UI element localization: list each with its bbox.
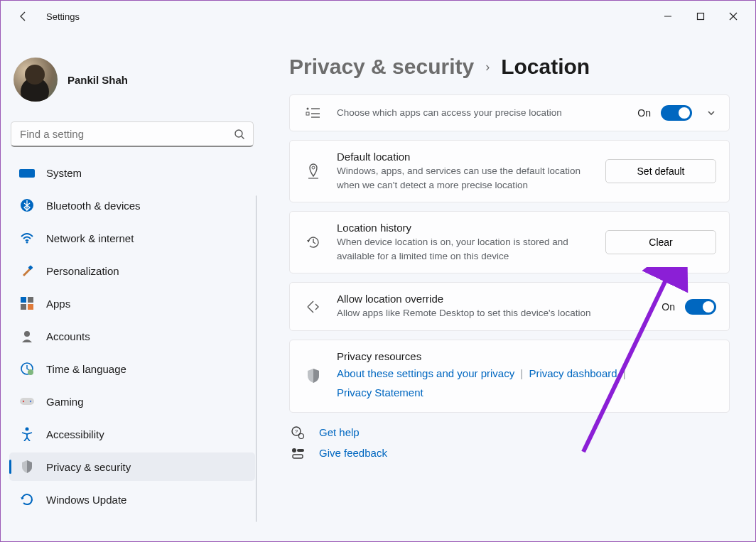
maximize-button[interactable] <box>684 5 717 28</box>
link-privacy-dashboard[interactable]: Privacy dashboard <box>529 367 617 379</box>
svg-rect-15 <box>20 398 34 405</box>
breadcrumb: Privacy & security › Location <box>289 55 730 79</box>
sidebar-item-label: Windows Update <box>46 494 126 506</box>
close-icon <box>729 12 738 21</box>
breadcrumb-current: Location <box>501 55 590 79</box>
bluetooth-icon <box>19 197 35 213</box>
precise-location-toggle[interactable] <box>661 105 692 121</box>
set-default-button[interactable]: Set default <box>605 159 716 183</box>
apps-icon <box>19 296 35 311</box>
scrollbar[interactable] <box>256 195 256 522</box>
svg-point-28 <box>299 433 304 438</box>
history-icon <box>303 234 324 250</box>
svg-point-17 <box>30 401 31 402</box>
close-button[interactable] <box>717 5 750 28</box>
give-feedback-row[interactable]: Give feedback <box>289 447 730 460</box>
maximize-icon <box>696 12 705 21</box>
link-privacy-statement[interactable]: Privacy Statement <box>337 386 423 399</box>
card-title: Allow location override <box>337 293 649 305</box>
search-input[interactable] <box>11 121 254 147</box>
sidebar-item-network[interactable]: Network & internet <box>9 224 255 252</box>
minimize-button[interactable] <box>652 5 684 28</box>
help-icon: ? <box>289 426 306 440</box>
chevron-down-icon[interactable] <box>706 108 716 118</box>
separator: | <box>520 367 523 379</box>
sidebar-item-gaming[interactable]: Gaming <box>9 387 255 416</box>
get-help-row[interactable]: ? Get help <box>289 426 730 440</box>
profile-name: Pankil Shah <box>68 74 128 86</box>
wifi-icon <box>19 230 35 246</box>
shield-icon <box>19 459 35 475</box>
card-desc: When device location is on, your locatio… <box>337 235 593 263</box>
breadcrumb-parent[interactable]: Privacy & security <box>289 55 474 79</box>
avatar <box>14 58 58 102</box>
sidebar-item-bluetooth[interactable]: Bluetooth & devices <box>9 191 255 219</box>
svg-point-24 <box>312 166 315 169</box>
sidebar-item-privacy-security[interactable]: Privacy & security <box>9 452 255 481</box>
svg-text:?: ? <box>295 428 298 435</box>
svg-point-6 <box>26 242 28 244</box>
card-precise-location[interactable]: Choose which apps can access your precis… <box>289 94 730 131</box>
sidebar-item-accounts[interactable]: Accounts <box>9 322 255 350</box>
svg-line-3 <box>242 136 244 139</box>
titlebar: Settings <box>1 1 755 32</box>
card-desc: Windows, apps, and services can use the … <box>337 164 593 192</box>
accessibility-icon <box>19 426 35 442</box>
back-button[interactable] <box>12 5 35 28</box>
card-desc: Allow apps like Remote Desktop to set th… <box>337 306 607 320</box>
svg-rect-4 <box>19 169 35 178</box>
toggle-state-label: On <box>662 301 675 313</box>
sidebar-item-personalization[interactable]: Personalization <box>9 256 255 285</box>
clock-globe-icon <box>19 361 35 376</box>
override-toggle[interactable] <box>685 299 716 315</box>
card-privacy-resources: Privacy resources About these settings a… <box>289 340 730 413</box>
override-icon <box>303 299 324 315</box>
sidebar-item-label: Privacy & security <box>46 461 131 473</box>
sidebar-item-accessibility[interactable]: Accessibility <box>9 420 255 448</box>
sidebar-item-label: System <box>46 167 82 179</box>
svg-rect-30 <box>297 449 304 452</box>
card-location-override: Allow location override Allow apps like … <box>289 282 730 331</box>
sidebar-item-label: Apps <box>46 298 70 310</box>
window-controls <box>652 5 750 28</box>
main-content: Privacy & security › Location Choose whi… <box>264 32 755 541</box>
link-about-privacy[interactable]: About these settings and your privacy <box>337 367 514 379</box>
sidebar-item-label: Gaming <box>46 396 84 408</box>
svg-rect-8 <box>21 297 26 303</box>
svg-point-12 <box>24 331 30 337</box>
pin-icon <box>303 163 324 180</box>
sidebar-item-time-language[interactable]: Time & language <box>9 354 255 383</box>
brush-icon <box>19 263 35 278</box>
svg-point-18 <box>26 428 29 431</box>
footer-links: ? Get help Give feedback <box>289 426 730 460</box>
person-icon <box>19 328 35 344</box>
arrow-left-icon <box>18 11 29 22</box>
shield-icon <box>303 368 324 384</box>
get-help-link[interactable]: Get help <box>319 426 360 438</box>
search-icon <box>234 129 245 140</box>
sidebar-item-label: Accounts <box>46 330 90 342</box>
sidebar-item-label: Accessibility <box>46 428 104 440</box>
sidebar-item-system[interactable]: System <box>9 158 255 187</box>
svg-rect-11 <box>28 304 33 310</box>
card-location-history: Location history When device location is… <box>289 211 730 273</box>
give-feedback-link[interactable]: Give feedback <box>319 447 387 459</box>
sidebar-item-label: Bluetooth & devices <box>46 200 141 212</box>
sidebar-item-label: Time & language <box>46 363 126 375</box>
svg-rect-10 <box>21 304 26 310</box>
svg-point-16 <box>23 401 24 402</box>
svg-point-14 <box>28 369 33 375</box>
sidebar-item-windows-update[interactable]: Windows Update <box>9 485 255 514</box>
card-title: Privacy resources <box>337 350 716 362</box>
sidebar-item-apps[interactable]: Apps <box>9 289 255 318</box>
clear-button[interactable]: Clear <box>605 230 716 254</box>
update-icon <box>19 492 35 507</box>
svg-point-19 <box>307 108 309 110</box>
separator: | <box>623 367 626 379</box>
minimize-icon <box>664 12 672 21</box>
svg-rect-9 <box>28 297 33 303</box>
sidebar-item-label: Personalization <box>46 265 119 277</box>
card-desc: Choose which apps can access your precis… <box>337 106 607 120</box>
toggle-state-label: On <box>637 107 651 119</box>
profile-block[interactable]: Pankil Shah <box>8 52 256 113</box>
